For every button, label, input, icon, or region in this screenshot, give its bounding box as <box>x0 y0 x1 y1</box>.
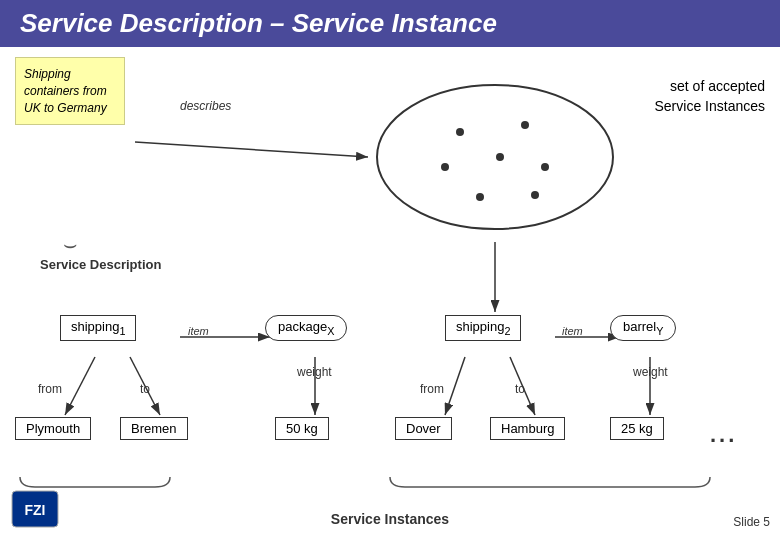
weight-label-2: weight <box>633 365 668 379</box>
item-label-2: item <box>562 325 583 337</box>
item-label-1: item <box>188 325 209 337</box>
set-label-line2: Service Instances <box>655 98 766 114</box>
service-instances-label: Service Instances <box>331 511 449 527</box>
svg-line-15 <box>445 357 465 415</box>
from-label-1: from <box>38 382 62 396</box>
curly-brace-top: ⌣ <box>15 232 125 258</box>
fzi-logo: FZI <box>10 489 60 529</box>
shipping-box-text: Shipping containers from UK to Germany <box>24 67 107 115</box>
shipping-box: Shipping containers from UK to Germany <box>15 57 125 125</box>
svg-point-3 <box>441 163 449 171</box>
svg-point-0 <box>377 85 613 229</box>
barrel-label: barrelY <box>610 315 676 341</box>
shipping2-label: shipping2 <box>445 315 521 341</box>
to-label-1: to <box>140 382 150 396</box>
service-instances-ellipse <box>370 77 620 237</box>
weight-50kg-label: 50 kg <box>275 417 329 440</box>
svg-point-4 <box>496 153 504 161</box>
hamburg-label: Hamburg <box>490 417 565 440</box>
from-label-2: from <box>420 382 444 396</box>
svg-line-9 <box>135 142 368 157</box>
package-label: packageX <box>265 315 347 341</box>
svg-point-7 <box>531 191 539 199</box>
weight-25kg-label: 25 kg <box>610 417 664 440</box>
set-label-line1: set of accepted <box>670 78 765 94</box>
shipping1-label: shipping1 <box>60 315 136 341</box>
to-label-2: to <box>515 382 525 396</box>
plymouth-label: Plymouth <box>15 417 91 440</box>
page-title: Service Description – Service Instance <box>0 0 780 47</box>
svg-text:FZI: FZI <box>25 502 46 518</box>
bremen-label: Bremen <box>120 417 188 440</box>
weight-label-1: weight <box>297 365 332 379</box>
svg-point-2 <box>521 121 529 129</box>
service-description-label: Service Description <box>40 257 161 272</box>
svg-line-11 <box>65 357 95 415</box>
slide-number: Slide 5 <box>733 515 770 529</box>
set-label: set of accepted Service Instances <box>655 77 766 116</box>
svg-point-5 <box>541 163 549 171</box>
describes-label: describes <box>180 99 231 113</box>
dover-label: Dover <box>395 417 452 440</box>
dots-label: ... <box>710 422 737 448</box>
svg-point-6 <box>476 193 484 201</box>
svg-point-1 <box>456 128 464 136</box>
